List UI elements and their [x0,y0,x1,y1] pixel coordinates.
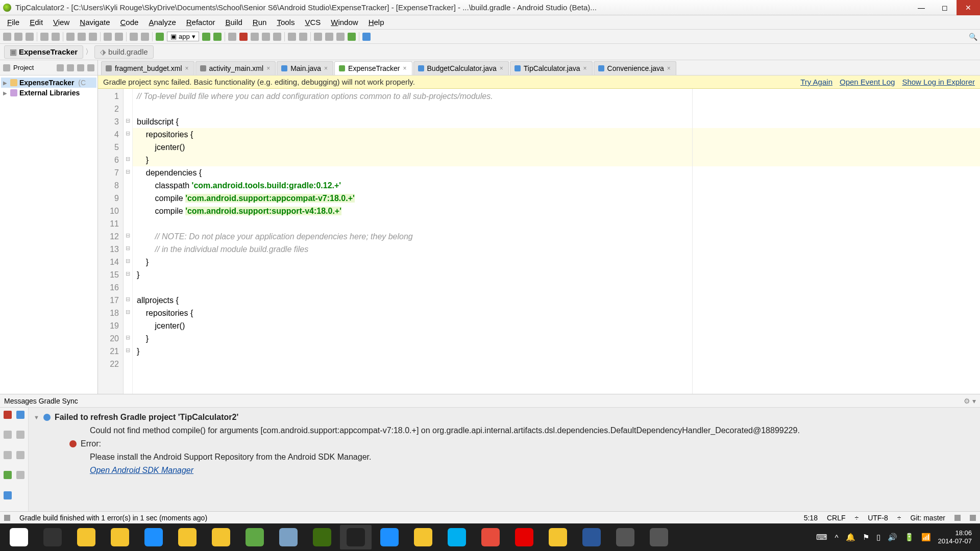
taskbar-app-15[interactable] [542,525,574,549]
open-sdk-manager-link[interactable]: Open Android SDK Manager [90,466,193,474]
menu-navigate[interactable]: Navigate [75,16,115,29]
close-icon[interactable]: × [403,65,407,72]
sdk-manager-icon[interactable] [336,33,345,41]
volume-icon[interactable]: 🔊 [888,533,897,542]
taskbar-app-13[interactable] [475,525,506,549]
debug-icon[interactable] [213,33,222,41]
settings-icon[interactable] [325,33,333,41]
close-msg-icon[interactable] [4,411,12,419]
taskbar-app-5[interactable] [205,525,237,549]
down-icon[interactable] [4,451,12,459]
taskbar-app-3[interactable] [138,525,169,549]
inspector-icon[interactable] [970,515,976,521]
tab-main-java[interactable]: Main.java× [277,61,333,75]
tab-expensetracker[interactable]: ExpenseTracker× [334,61,412,75]
line-separator[interactable]: CRLF [827,514,846,522]
autoscroll-icon[interactable] [16,471,24,479]
menu-tools[interactable]: Tools [272,16,300,29]
menu-build[interactable]: Build [220,16,247,29]
undo-icon[interactable] [40,33,48,41]
banner-link-open-event-log[interactable]: Open Event Log [840,78,895,86]
help-icon[interactable] [362,33,371,41]
search-everywhere-icon[interactable]: 🔍 [969,33,977,41]
make-icon[interactable] [156,33,164,41]
taskbar-app-7[interactable] [273,525,304,549]
sync-icon[interactable] [26,33,34,41]
expand-icon[interactable] [16,431,24,439]
sdk-icon[interactable] [262,33,270,41]
open-icon[interactable] [3,33,11,41]
menu-run[interactable]: Run [248,16,272,29]
copy-icon[interactable] [78,33,86,41]
minimize-button[interactable]: — [910,0,933,15]
paste-icon[interactable] [89,33,97,41]
save-icon[interactable] [14,33,22,41]
tab-tipcalculator-java[interactable]: TipCalculator.java× [510,61,593,75]
network-icon[interactable]: 📶 [921,533,931,542]
taskbar-app-16[interactable] [576,525,607,549]
menu-help[interactable]: Help [363,16,389,29]
filter-icon[interactable] [16,411,24,419]
menu-window[interactable]: Window [326,16,363,29]
taskbar-app-8[interactable] [306,525,338,549]
taskbar-app-12[interactable] [441,525,473,549]
code-editor[interactable]: 12345678910111213141516171819202122 ⊟⊟ ⊟… [98,89,980,394]
back-icon[interactable] [130,33,138,41]
structure-icon[interactable] [314,33,322,41]
keyboard-icon[interactable]: ⌨ [816,533,827,542]
tab-activity_main-xml[interactable]: activity_main.xml× [195,61,276,75]
sidebar-settings-icon[interactable] [57,64,64,71]
messages-settings-icon[interactable]: ⚙ ▾ [964,397,976,405]
stop-icon[interactable] [239,33,248,41]
vcs-commit-icon[interactable] [299,33,307,41]
run-icon[interactable] [202,33,210,41]
export-icon[interactable] [4,471,12,479]
menu-file[interactable]: File [2,16,24,29]
power-icon[interactable]: ▯ [876,533,880,542]
close-icon[interactable]: × [500,65,503,72]
flag-icon[interactable]: ⚑ [863,533,869,542]
project-view-icon[interactable] [3,64,10,71]
taskbar-app-9[interactable] [340,525,372,549]
tab-convenience-java[interactable]: Convenience.java× [594,61,676,75]
project-tree[interactable]: ▶ExpenseTracker (C▶External Libraries [0,76,97,394]
close-icon[interactable]: × [266,65,270,72]
close-icon[interactable]: × [667,65,671,72]
replace-icon[interactable] [115,33,123,41]
menu-analyze[interactable]: Analyze [143,16,181,29]
cut-icon[interactable] [66,33,75,41]
tab-fragment_budget-xml[interactable]: fragment_budget.xml× [101,61,194,75]
taskbar-app-2[interactable] [104,525,136,549]
up-icon[interactable] [4,431,12,439]
tab-budgetcalculator-java[interactable]: BudgetCalculator.java× [413,61,509,75]
taskbar-app-0[interactable] [37,525,68,549]
taskbar-app-14[interactable] [508,525,540,549]
close-icon[interactable]: × [324,65,328,72]
taskbar-app-11[interactable] [407,525,439,549]
redo-icon[interactable] [52,33,60,41]
system-tray[interactable]: ⌨ ^ 🔔 ⚑ ▯ 🔊 🔋 📶 18:06 2014-07-07 [816,529,977,545]
notification-icon[interactable]: 🔔 [846,533,855,542]
menu-refactor[interactable]: Refactor [181,16,220,29]
taskbar-app-18[interactable] [643,525,675,549]
tree-item-expensetracker[interactable]: ▶ExpenseTracker (C [1,78,96,88]
taskbar-app-10[interactable] [374,525,405,549]
banner-link-try-again[interactable]: Try Again [800,78,832,86]
encoding[interactable]: UTF-8 [868,514,888,522]
menu-edit[interactable]: Edit [24,16,48,29]
lock-icon[interactable] [954,515,961,521]
close-icon[interactable]: × [583,65,587,72]
git-branch[interactable]: Git: master [911,514,945,522]
vcs-update-icon[interactable] [288,33,296,41]
battery-icon[interactable]: 🔋 [904,533,914,542]
run-config-combo[interactable]: ▣ app ▾ [167,32,199,41]
sidebar-pin-icon[interactable] [87,64,94,71]
status-icon[interactable] [4,515,10,521]
android-icon[interactable] [348,33,356,41]
close-button[interactable]: ✕ [957,0,980,15]
taskbar-app-17[interactable] [609,525,641,549]
ddms-icon[interactable] [273,33,281,41]
code-content[interactable]: // Top-level build file where you can ad… [133,89,980,394]
maximize-button[interactable]: ◻ [933,0,957,15]
sidebar-hide-icon[interactable] [77,64,84,71]
